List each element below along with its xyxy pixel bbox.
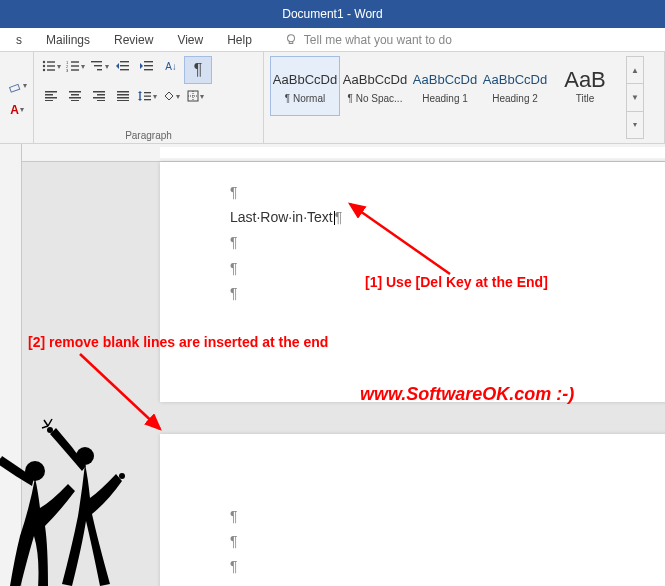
- paragraph-mark: ¶: [230, 529, 610, 554]
- page-content[interactable]: ¶ Last·Row·in·Text¶ ¶ ¶ ¶: [160, 162, 665, 316]
- paragraph-mark: ¶: [230, 230, 610, 255]
- svg-rect-11: [71, 65, 79, 66]
- tell-me-placeholder: Tell me what you want to do: [304, 33, 452, 47]
- svg-rect-33: [93, 97, 105, 99]
- svg-point-6: [42, 69, 44, 71]
- show-hide-formatting-button[interactable]: ¶: [184, 56, 212, 84]
- justify-button[interactable]: [112, 86, 134, 106]
- align-center-icon: [69, 91, 81, 101]
- style-gallery: AaBbCcDd ¶ Normal AaBbCcDd ¶ No Spac... …: [270, 56, 620, 139]
- svg-rect-39: [139, 93, 140, 99]
- svg-point-0: [287, 34, 294, 41]
- font-group-label: [6, 139, 27, 141]
- svg-rect-25: [45, 97, 57, 99]
- line-spacing-icon: [138, 90, 152, 102]
- style-heading2[interactable]: AaBbCcDd Heading 2: [480, 56, 550, 116]
- tab-mailings[interactable]: Mailings: [34, 29, 102, 51]
- paragraph-group: ▾ 123▾ ▾ A↓ ¶ ▾ ▾ ▾ P: [34, 52, 264, 143]
- svg-rect-38: [117, 100, 129, 101]
- style-name: ¶ Normal: [285, 93, 325, 104]
- decrease-indent-button[interactable]: [112, 56, 134, 76]
- svg-rect-23: [45, 91, 57, 93]
- paragraph-mark: ¶: [230, 180, 610, 205]
- tab-review[interactable]: Review: [102, 29, 165, 51]
- svg-rect-3: [47, 61, 55, 62]
- svg-rect-28: [71, 94, 79, 96]
- tab-partial[interactable]: s: [4, 29, 34, 51]
- indent-icon: [140, 60, 154, 72]
- styles-group-label: [270, 139, 658, 141]
- svg-rect-15: [94, 65, 102, 66]
- document-page-2[interactable]: ¶ ¶ ¶: [160, 434, 665, 586]
- increase-indent-button[interactable]: [136, 56, 158, 76]
- number-list-button[interactable]: 123▾: [64, 56, 86, 76]
- styles-gallery-scroll[interactable]: ▲ ▼ ▾: [626, 56, 644, 139]
- eraser-icon: [8, 79, 22, 93]
- style-title[interactable]: AaB Title: [550, 56, 620, 116]
- svg-rect-9: [71, 61, 79, 62]
- svg-point-51: [47, 427, 53, 433]
- bullet-list-button[interactable]: ▾: [40, 56, 62, 76]
- page-content[interactable]: ¶ ¶ ¶: [160, 434, 665, 586]
- svg-rect-16: [97, 69, 102, 70]
- svg-rect-24: [45, 94, 53, 96]
- annotation-2: [2] remove blank lines are inserted at t…: [28, 334, 328, 350]
- svg-rect-29: [69, 97, 81, 99]
- tab-help[interactable]: Help: [215, 29, 264, 51]
- lightbulb-icon: [284, 33, 298, 47]
- svg-rect-19: [120, 69, 129, 70]
- titlebar: Document1 - Word: [0, 0, 665, 28]
- chevron-dropdown-icon[interactable]: ▾: [627, 112, 643, 138]
- align-right-button[interactable]: [88, 86, 110, 106]
- style-sample: AaBbCcDd: [483, 69, 547, 91]
- horizontal-ruler[interactable]: [22, 144, 665, 162]
- font-group: ▾ A▾: [0, 52, 34, 143]
- svg-rect-37: [117, 97, 129, 99]
- style-normal[interactable]: AaBbCcDd ¶ Normal: [270, 56, 340, 116]
- svg-rect-41: [144, 96, 151, 97]
- svg-rect-17: [120, 61, 129, 62]
- clear-format-button[interactable]: ▾: [6, 76, 28, 96]
- decorative-silhouette: [0, 416, 130, 586]
- bullets-icon: [42, 60, 56, 72]
- borders-icon: [187, 90, 199, 102]
- svg-rect-34: [97, 100, 105, 101]
- paint-bucket-icon: [163, 90, 175, 102]
- svg-rect-21: [144, 65, 153, 66]
- paragraph-mark: ¶: [230, 554, 610, 579]
- window-title: Document1 - Word: [282, 7, 382, 21]
- justify-icon: [117, 91, 129, 101]
- svg-rect-20: [144, 61, 153, 62]
- svg-rect-42: [144, 99, 151, 100]
- style-name: Heading 1: [422, 93, 468, 104]
- svg-rect-14: [91, 61, 102, 62]
- pilcrow-icon: ¶: [194, 61, 203, 79]
- chevron-down-icon[interactable]: ▼: [627, 84, 643, 111]
- ribbon: ▾ A▾ ▾ 123▾ ▾ A↓ ¶: [0, 52, 665, 144]
- svg-text:3: 3: [66, 68, 69, 72]
- font-color-button[interactable]: A▾: [6, 100, 28, 120]
- style-no-spacing[interactable]: AaBbCcDd ¶ No Spac...: [340, 56, 410, 116]
- tab-view[interactable]: View: [165, 29, 215, 51]
- sort-button[interactable]: A↓: [160, 56, 182, 76]
- document-workspace: ¶ Last·Row·in·Text¶ ¶ ¶ ¶ ¶ ¶ ¶ [1] Use …: [0, 144, 665, 586]
- ribbon-tabs: s Mailings Review View Help Tell me what…: [0, 28, 665, 52]
- style-heading1[interactable]: AaBbCcDd Heading 1: [410, 56, 480, 116]
- line-spacing-button[interactable]: ▾: [136, 86, 158, 106]
- align-center-button[interactable]: [64, 86, 86, 106]
- svg-point-4: [42, 65, 44, 67]
- align-left-button[interactable]: [40, 86, 62, 106]
- borders-button[interactable]: ▾: [184, 86, 206, 106]
- svg-rect-36: [117, 94, 129, 96]
- svg-point-52: [119, 473, 125, 479]
- tell-me-search[interactable]: Tell me what you want to do: [264, 33, 452, 47]
- shading-button[interactable]: ▾: [160, 86, 182, 106]
- paragraph-mark: ¶: [230, 504, 610, 529]
- chevron-up-icon[interactable]: ▲: [627, 57, 643, 84]
- style-sample: AaBbCcDd: [413, 69, 477, 91]
- svg-rect-32: [97, 94, 105, 96]
- multilevel-list-button[interactable]: ▾: [88, 56, 110, 76]
- style-name: ¶ No Spac...: [348, 93, 403, 104]
- svg-rect-5: [47, 65, 55, 66]
- style-sample: AaB: [564, 69, 606, 91]
